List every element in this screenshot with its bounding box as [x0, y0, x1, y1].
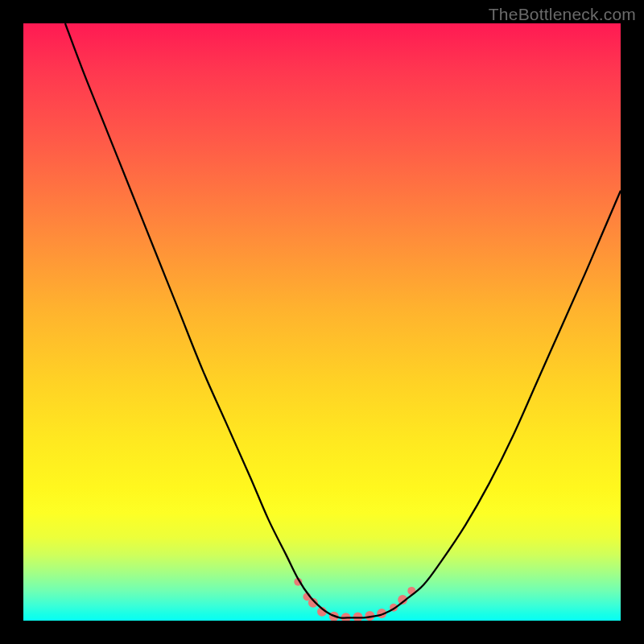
watermark-text: TheBottleneck.com — [489, 5, 636, 24]
curve-left — [65, 23, 331, 615]
chart-plot-area — [23, 23, 621, 621]
curve-right — [382, 191, 621, 615]
chart-svg — [23, 23, 621, 621]
marker-point — [353, 613, 363, 621]
marker-point — [341, 613, 351, 621]
